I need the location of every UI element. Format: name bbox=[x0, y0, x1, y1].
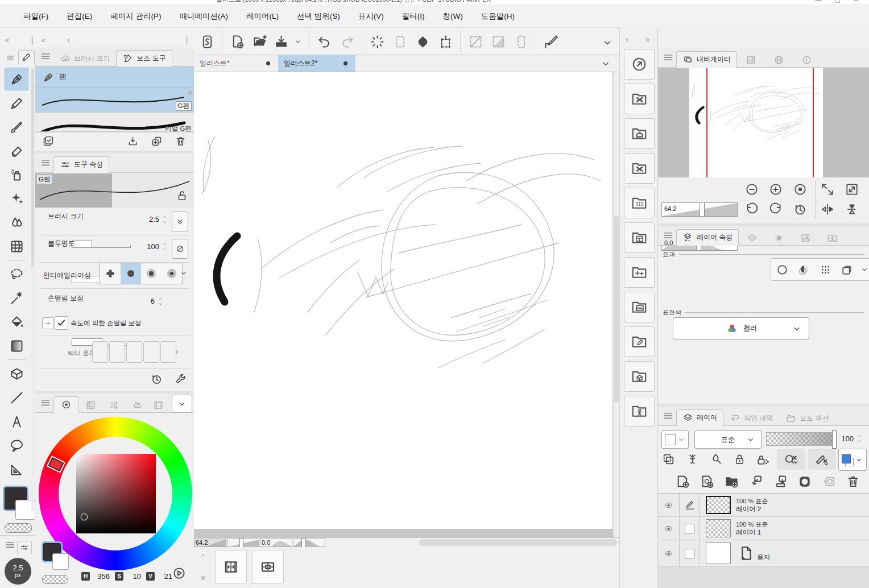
layer-name[interactable]: 용지 bbox=[757, 553, 770, 562]
tab-layer-property[interactable]: 레이어 속성 bbox=[676, 229, 739, 246]
transfer-to-lower-icon[interactable] bbox=[748, 474, 764, 489]
vector-snap-slot-5[interactable] bbox=[160, 341, 176, 363]
canvas-hscrollbar[interactable] bbox=[419, 539, 617, 546]
visibility-eye-icon[interactable] bbox=[663, 524, 674, 533]
tool-gradient[interactable] bbox=[5, 334, 28, 357]
canvas-vscrollbar[interactable] bbox=[613, 72, 619, 537]
toolstrip-scrollbar[interactable] bbox=[31, 68, 34, 512]
tab-color-slider[interactable] bbox=[102, 397, 126, 413]
vector-snap-slot-4[interactable] bbox=[143, 341, 159, 363]
tool-pen[interactable] bbox=[5, 68, 28, 90]
navigator-zoom-slider[interactable]: 64.2 bbox=[661, 202, 738, 217]
save-menu-button[interactable] bbox=[291, 30, 305, 53]
zoom-in-button[interactable] bbox=[768, 182, 783, 197]
zoom-100-button[interactable] bbox=[793, 182, 808, 197]
value-value[interactable]: 21 bbox=[160, 572, 172, 581]
tab-subtool[interactable]: 보조 도구 bbox=[116, 50, 172, 67]
flip-vertical-button[interactable] bbox=[845, 202, 859, 217]
delete-layer-icon[interactable] bbox=[846, 474, 860, 489]
document-page[interactable] bbox=[194, 72, 613, 529]
fit-area-button[interactable] bbox=[845, 182, 859, 197]
tab-intermediate-color[interactable] bbox=[126, 397, 149, 413]
document-tab-1[interactable]: 일러스트* bbox=[194, 55, 278, 72]
material-manga-button[interactable] bbox=[624, 222, 655, 253]
delete-subtool-icon[interactable] bbox=[175, 135, 187, 147]
material-image-button[interactable] bbox=[624, 292, 655, 322]
panel-background-swatch[interactable] bbox=[52, 553, 69, 570]
check-all-icon[interactable] bbox=[42, 135, 54, 147]
rotate-right-button[interactable] bbox=[768, 202, 783, 217]
duplicate-subtool-icon[interactable] bbox=[151, 135, 163, 147]
undo-button[interactable] bbox=[313, 30, 336, 53]
rotate-left-button[interactable] bbox=[744, 202, 759, 217]
dock-collapse-left-icon[interactable]: « bbox=[5, 35, 9, 44]
tool-pencil[interactable] bbox=[5, 92, 28, 114]
tab-layers[interactable]: 레이어 bbox=[676, 409, 723, 426]
brush-size-preset-button[interactable] bbox=[172, 212, 188, 231]
tool-eraser[interactable] bbox=[5, 139, 28, 162]
sv-square[interactable] bbox=[76, 454, 156, 533]
tab-profile[interactable] bbox=[819, 230, 846, 246]
vector-snap-more-icon[interactable]: › bbox=[175, 346, 179, 357]
navigator-zoom-handle[interactable] bbox=[700, 202, 705, 217]
tool-figure[interactable] bbox=[5, 386, 28, 409]
panel-transparent-swatch[interactable] bbox=[42, 575, 68, 584]
canvas-viewport[interactable] bbox=[194, 72, 619, 537]
tab-list-chevron-icon[interactable] bbox=[600, 58, 611, 69]
layer-row-1[interactable]: 100 % 표준 레이어 1 bbox=[658, 517, 869, 540]
opacity-stepper[interactable] bbox=[161, 242, 168, 252]
tool-balloon[interactable] bbox=[5, 434, 28, 457]
menu-window[interactable]: 창(W) bbox=[436, 9, 470, 24]
tool-text[interactable] bbox=[5, 410, 28, 433]
speed-stabilize-expand[interactable] bbox=[42, 317, 54, 329]
window-controls[interactable]: — ▢ ✕ bbox=[815, 0, 864, 3]
menu-file[interactable]: 파일(F) bbox=[16, 9, 56, 24]
tool-airbrush[interactable] bbox=[5, 163, 28, 186]
blend-mode-dropdown[interactable]: 표준 bbox=[694, 430, 762, 449]
layer-thumbnail[interactable] bbox=[706, 496, 731, 514]
subtool-scroll-dot[interactable] bbox=[188, 90, 192, 95]
tab-tone[interactable] bbox=[765, 230, 792, 246]
merge-with-lower-icon[interactable] bbox=[773, 474, 788, 489]
clip-studio-button[interactable] bbox=[196, 30, 218, 53]
hsv-triangle-toggle-icon[interactable] bbox=[172, 566, 187, 581]
tool-panel-tab[interactable] bbox=[18, 50, 35, 65]
material-expand-icon[interactable]: » bbox=[645, 34, 649, 44]
layer-opacity-slider[interactable] bbox=[766, 432, 837, 446]
tab-brush-size[interactable]: 브러시 크기 bbox=[53, 51, 116, 67]
tab-auto-action[interactable]: 오토 액션 bbox=[779, 410, 835, 426]
antialias-middle-button[interactable] bbox=[141, 263, 162, 284]
brush-size-stepper[interactable] bbox=[161, 214, 168, 225]
create-layer-mask-icon[interactable] bbox=[797, 474, 812, 489]
quick-access-button[interactable] bbox=[624, 49, 655, 80]
layer-color-dropdown[interactable] bbox=[838, 449, 867, 471]
stabilize-value[interactable]: 6 bbox=[147, 297, 155, 305]
material-pose-button[interactable] bbox=[624, 396, 655, 426]
tool-fill[interactable] bbox=[5, 310, 28, 333]
antialias-more-icon[interactable] bbox=[179, 268, 188, 278]
zoom-out-button[interactable] bbox=[744, 182, 759, 197]
select-checkbox[interactable] bbox=[685, 524, 694, 533]
menu-filter[interactable]: 필터(I) bbox=[395, 9, 432, 24]
subtool-panel-menu-icon[interactable] bbox=[40, 51, 51, 62]
reset-rotation-button[interactable] bbox=[793, 202, 808, 217]
quick-panel-tab[interactable] bbox=[17, 541, 32, 554]
tab-tool-property[interactable]: 도구 속성 bbox=[53, 156, 109, 173]
menu-help[interactable]: 도움말(H) bbox=[474, 9, 522, 24]
menu-animation[interactable]: 애니메이션(A) bbox=[172, 9, 236, 24]
material-3d-button[interactable] bbox=[624, 361, 655, 392]
layer-row-2[interactable]: 100 % 표준 레이어 2 bbox=[658, 494, 869, 517]
new-layer-dialog-icon[interactable] bbox=[700, 474, 715, 489]
new-document-button[interactable] bbox=[226, 30, 249, 53]
flip-horizontal-button[interactable] bbox=[820, 202, 835, 217]
canvas-zoom-slider[interactable] bbox=[227, 539, 259, 547]
menu-layer[interactable]: 레이어(L) bbox=[239, 9, 286, 24]
antialias-none-button[interactable] bbox=[100, 263, 121, 284]
reselect-button[interactable] bbox=[388, 30, 411, 53]
layer-palette-dropdown[interactable] bbox=[661, 430, 689, 449]
download-material-icon[interactable] bbox=[127, 135, 139, 147]
tab-history[interactable]: 작업 내역 bbox=[723, 410, 779, 426]
quick-panel-menu-icon[interactable] bbox=[5, 539, 16, 550]
draft-layer-icon[interactable] bbox=[709, 452, 723, 466]
tool-auto-select[interactable] bbox=[5, 287, 28, 309]
